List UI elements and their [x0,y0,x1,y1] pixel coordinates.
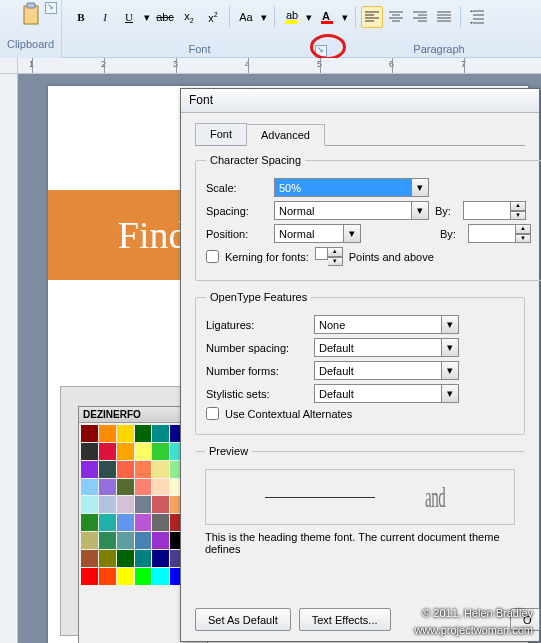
swatch[interactable] [135,568,152,585]
swatch[interactable] [152,443,169,460]
italic-button[interactable]: I [94,6,116,28]
chevron-down-icon[interactable]: ▾ [412,201,429,220]
superscript-button[interactable]: x2 [202,6,224,28]
align-right-button[interactable] [409,6,431,28]
scale-combo[interactable]: ▾ [274,178,429,197]
swatch[interactable] [152,532,169,549]
vertical-ruler[interactable] [0,74,18,643]
swatch[interactable] [99,550,116,567]
spin-up-icon[interactable]: ▲ [516,224,531,234]
swatch[interactable] [152,568,169,585]
chevron-down-icon[interactable]: ▾ [442,361,459,380]
spacing-by-spinner[interactable]: ▲▼ [463,201,526,220]
clipboard-launcher[interactable] [45,2,57,14]
numspacing-input[interactable] [314,338,442,357]
swatch[interactable] [117,479,134,496]
swatch[interactable] [81,443,98,460]
position-input[interactable] [274,224,344,243]
swatch[interactable] [81,514,98,531]
stylistic-combo[interactable]: ▾ [314,384,459,403]
font-color-menu[interactable]: ▾ [340,6,350,28]
swatch[interactable] [152,461,169,478]
numforms-input[interactable] [314,361,442,380]
ok-button[interactable]: O [510,608,540,631]
spacing-combo[interactable]: ▾ [274,201,429,220]
tab-advanced[interactable]: Advanced [246,124,325,146]
swatch[interactable] [99,461,116,478]
underline-menu[interactable]: ▾ [142,6,152,28]
text-effects-button[interactable]: Text Effects... [299,608,391,631]
swatch[interactable] [152,425,169,442]
spin-down-icon[interactable]: ▼ [511,211,526,221]
scale-input[interactable] [274,178,412,197]
spin-down-icon[interactable]: ▼ [328,257,343,267]
kerning-spinner[interactable]: ▲▼ [315,247,343,266]
align-center-button[interactable] [385,6,407,28]
swatch[interactable] [117,550,134,567]
spin-up-icon[interactable]: ▲ [328,247,343,257]
swatch[interactable] [117,514,134,531]
swatch[interactable] [81,568,98,585]
justify-button[interactable] [433,6,455,28]
swatch[interactable] [117,568,134,585]
change-case-menu[interactable]: ▾ [259,6,269,28]
swatch[interactable] [135,443,152,460]
swatch[interactable] [117,532,134,549]
position-by-spinner[interactable]: ▲▼ [468,224,531,243]
ligatures-combo[interactable]: ▾ [314,315,459,334]
swatch[interactable] [152,479,169,496]
numspacing-combo[interactable]: ▾ [314,338,459,357]
swatch[interactable] [117,443,134,460]
swatch[interactable] [117,461,134,478]
swatch[interactable] [117,425,134,442]
tab-font[interactable]: Font [195,123,247,145]
change-case-button[interactable]: Aa [235,6,257,28]
set-default-button[interactable]: Set As Default [195,608,291,631]
swatch[interactable] [81,550,98,567]
swatch[interactable] [99,496,116,513]
font-color-button[interactable]: A [316,6,338,28]
swatch[interactable] [152,496,169,513]
line-spacing-button[interactable] [466,6,488,28]
swatch[interactable] [135,550,152,567]
swatch[interactable] [135,425,152,442]
spin-up-icon[interactable]: ▲ [511,201,526,211]
swatch[interactable] [135,532,152,549]
scale-chevron-icon[interactable]: ▾ [412,178,429,197]
strike-button[interactable]: abc [154,6,176,28]
swatch[interactable] [99,514,116,531]
font-launcher[interactable] [315,45,327,57]
chevron-down-icon[interactable]: ▾ [442,384,459,403]
swatch[interactable] [135,461,152,478]
swatch[interactable] [99,532,116,549]
swatch[interactable] [99,568,116,585]
swatch[interactable] [99,425,116,442]
swatch[interactable] [81,425,98,442]
swatch[interactable] [99,443,116,460]
chevron-down-icon[interactable]: ▾ [442,315,459,334]
subscript-button[interactable]: x2 [178,6,200,28]
stylistic-input[interactable] [314,384,442,403]
swatch[interactable] [152,550,169,567]
align-left-button[interactable] [361,6,383,28]
underline-button[interactable]: U [118,6,140,28]
chevron-down-icon[interactable]: ▾ [344,224,361,243]
spacing-by-input[interactable] [463,201,511,220]
contextual-checkbox[interactable] [206,407,219,420]
spin-down-icon[interactable]: ▼ [516,234,531,244]
swatch[interactable] [135,479,152,496]
swatch[interactable] [81,479,98,496]
swatch[interactable] [152,514,169,531]
bold-button[interactable]: B [70,6,92,28]
swatch[interactable] [135,514,152,531]
swatch[interactable] [99,479,116,496]
swatch[interactable] [135,496,152,513]
position-combo[interactable]: ▾ [274,224,361,243]
swatch[interactable] [81,496,98,513]
chevron-down-icon[interactable]: ▾ [442,338,459,357]
highlight-menu[interactable]: ▾ [304,6,314,28]
swatch[interactable] [81,532,98,549]
kerning-input[interactable] [315,247,328,260]
highlight-button[interactable]: ab [280,6,302,28]
spacing-input[interactable] [274,201,412,220]
